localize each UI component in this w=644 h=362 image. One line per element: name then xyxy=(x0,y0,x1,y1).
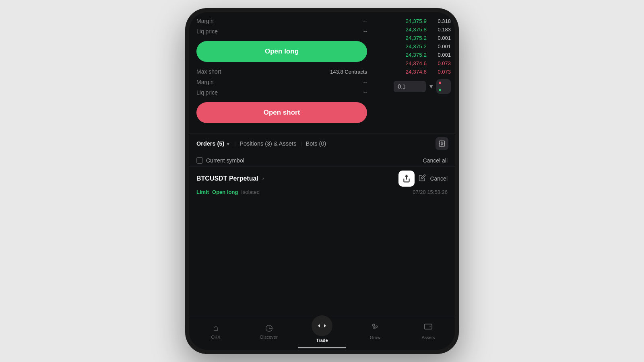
ob-price-3: 24,375.2 xyxy=(398,35,427,41)
phone-screen: Margin -- Liq price -- Open long Max sho… xyxy=(189,12,455,350)
tab-divider-1: | xyxy=(234,141,235,146)
tabs-row: Orders (5) ▼ | Positions (3) & Assets | … xyxy=(196,137,448,150)
svg-point-8 xyxy=(376,326,378,327)
ob-row-4: 24,375.2 0.001 xyxy=(374,42,451,51)
max-short-row: Max short 143.8 Contracts xyxy=(196,68,367,76)
qty-input[interactable] xyxy=(394,81,426,92)
tag-direction: Open long xyxy=(212,189,238,195)
nav-discover[interactable]: ◷ Discover xyxy=(242,323,295,339)
qty-row: ▼ xyxy=(374,78,451,95)
ob-row-7: 24,374.6 0.073 xyxy=(374,68,451,76)
ob-size-4: 0.001 xyxy=(435,43,451,49)
nav-assets[interactable]: Assets xyxy=(402,322,455,340)
schedule-icon-button[interactable] xyxy=(436,137,448,150)
nav-grow[interactable]: Grow xyxy=(349,322,402,340)
liq-price-value-2: -- xyxy=(363,89,367,96)
ob-row-2: 24,375.8 0.183 xyxy=(374,25,451,34)
bottom-nav: ⌂ OKX ◷ Discover Trade xyxy=(189,316,455,344)
liq-price-row-2: Liq price -- xyxy=(196,88,367,97)
ob-row-3: 24,375.2 0.001 xyxy=(374,34,451,42)
chart-type-button[interactable] xyxy=(436,79,451,94)
order-header: BTCUSDT Perpetual › Cancel xyxy=(196,171,448,187)
tab-positions[interactable]: Positions (3) & Assets xyxy=(239,139,297,148)
open-short-button[interactable]: Open short xyxy=(196,102,367,123)
order-tags: Limit Open long Isolated 07/28 15:58:26 xyxy=(196,189,448,195)
ob-price-2: 24,375.8 xyxy=(398,27,427,33)
tab-divider-2: | xyxy=(300,141,301,146)
order-item-1: BTCUSDT Perpetual › Cancel xyxy=(189,166,455,199)
nav-grow-label: Grow xyxy=(370,335,380,340)
margin-label-1: Margin xyxy=(196,18,214,24)
chart-dot-red xyxy=(439,82,441,84)
max-short-label: Max short xyxy=(196,68,221,75)
max-short-value: 143.8 Contracts xyxy=(330,69,367,75)
liq-price-row-1: Liq price -- xyxy=(196,27,367,35)
liq-price-label-1: Liq price xyxy=(196,28,218,35)
svg-point-9 xyxy=(374,327,375,329)
order-time: 07/28 15:58:26 xyxy=(413,189,448,195)
svg-point-7 xyxy=(373,324,375,327)
home-indicator xyxy=(298,347,346,348)
content-spacer xyxy=(189,199,455,316)
qty-dropdown-arrow[interactable]: ▼ xyxy=(428,83,434,90)
ob-size-1: 0.318 xyxy=(435,18,451,24)
ob-price-7: 24,374.6 xyxy=(398,69,427,75)
nav-okx[interactable]: ⌂ OKX xyxy=(189,323,242,339)
svg-rect-10 xyxy=(425,324,432,329)
chart-dot-green xyxy=(439,89,441,91)
nav-assets-label: Assets xyxy=(421,335,435,340)
nav-okx-label: OKX xyxy=(211,335,220,339)
tag-limit: Limit xyxy=(196,189,209,195)
ob-row-1: 24,375.9 0.318 xyxy=(374,17,451,25)
svg-point-1 xyxy=(441,143,443,145)
liq-price-label-2: Liq price xyxy=(196,89,218,96)
cancel-order-button[interactable]: Cancel xyxy=(430,175,448,182)
ob-row-6: 24,374.6 0.073 xyxy=(374,59,451,68)
current-symbol-checkbox-label[interactable]: Current symbol xyxy=(196,157,244,164)
liq-price-value-1: -- xyxy=(363,28,367,35)
nav-discover-label: Discover xyxy=(260,335,278,339)
ob-price-5: 24,375.2 xyxy=(398,52,427,58)
ob-price-1: 24,375.9 xyxy=(398,18,427,24)
share-button[interactable] xyxy=(398,171,415,187)
order-symbol: BTCUSDT Perpetual xyxy=(196,175,258,182)
left-panel: Margin -- Liq price -- Open long Max sho… xyxy=(189,17,374,134)
current-symbol-label: Current symbol xyxy=(206,157,244,164)
ob-price-6: 24,374.6 xyxy=(398,60,427,66)
margin-value-2: -- xyxy=(363,79,367,85)
order-symbol-arrow: › xyxy=(262,176,264,181)
cancel-all-button[interactable]: Cancel all xyxy=(423,157,448,164)
margin-label-2: Margin xyxy=(196,79,214,85)
symbol-filter-row: Current symbol Cancel all xyxy=(189,153,455,166)
right-panel: 24,375.9 0.318 24,375.8 0.183 24,375.2 0… xyxy=(374,17,455,134)
margin-value-1: -- xyxy=(363,18,367,24)
margin-row-1: Margin -- xyxy=(196,17,367,25)
margin-row-2: Margin -- xyxy=(196,78,367,86)
tag-margin: Isolated xyxy=(241,189,260,195)
nav-trade[interactable]: Trade xyxy=(295,319,349,343)
edit-order-button[interactable] xyxy=(419,174,426,183)
ob-size-3: 0.001 xyxy=(435,35,451,41)
current-symbol-checkbox[interactable] xyxy=(196,157,203,164)
ob-size-2: 0.183 xyxy=(435,27,451,33)
open-long-button[interactable]: Open long xyxy=(196,41,367,62)
ob-size-5: 0.001 xyxy=(435,52,451,58)
orders-arrow: ▼ xyxy=(226,142,230,146)
nav-trade-label: Trade xyxy=(316,338,328,343)
ob-size-6: 0.073 xyxy=(435,60,451,66)
phone-frame: Margin -- Liq price -- Open long Max sho… xyxy=(185,8,459,354)
tab-bots[interactable]: Bots (0) xyxy=(305,139,327,148)
trade-fab-button[interactable] xyxy=(312,315,332,336)
tab-orders[interactable]: Orders (5) ▼ xyxy=(196,139,231,148)
ob-price-4: 24,375.2 xyxy=(398,43,427,49)
tab-bar: Orders (5) ▼ | Positions (3) & Assets | … xyxy=(189,134,455,153)
ob-size-7: 0.073 xyxy=(435,69,451,75)
discover-icon: ◷ xyxy=(265,323,273,333)
ob-row-5: 24,375.2 0.001 xyxy=(374,51,451,59)
grow-icon xyxy=(371,322,380,333)
home-icon: ⌂ xyxy=(213,323,218,333)
assets-icon xyxy=(424,322,433,333)
main-content: Margin -- Liq price -- Open long Max sho… xyxy=(189,12,455,134)
